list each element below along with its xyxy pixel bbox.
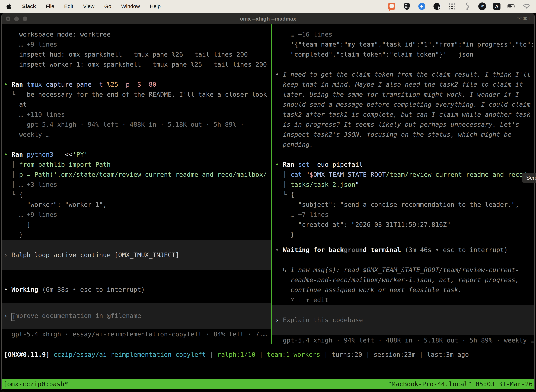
window-title-bar[interactable]: omx --xhigh --madmax ⌥⌘1	[2, 13, 534, 24]
menu-bar-left: Slack File Edit View Go Window Help	[0, 3, 161, 10]
screen-tooltip: Scre	[522, 173, 536, 183]
terminal-line: inspect task2's JSON, focusing on the st…	[275, 129, 534, 140]
terminal-line: later. Using the same for transition mig…	[275, 89, 534, 99]
menu-item-go[interactable]: Go	[104, 3, 111, 9]
prompt-input-right[interactable]: › Explain this codebase	[272, 305, 534, 335]
terminal-line: │ cat "$OMX_TEAM_STATE_ROOT/team/review-…	[275, 169, 534, 179]
terminal-line: … +9 lines	[4, 210, 271, 219]
right-pane-scrollback: … +16 lines '{"team_name":"my-team","tas…	[275, 29, 534, 240]
terminal-line: │ tasks/task-2.json"	[275, 179, 534, 190]
terminal-line: › Ralph loop active continue [OMX_TMUX_I…	[4, 250, 271, 260]
terminal-line	[275, 149, 534, 159]
ralph-loop-banner-lines: › Ralph loop active continue [OMX_TMUX_I…	[4, 250, 271, 260]
terminal-line: }	[4, 229, 271, 240]
prompt-input-right-lines: › Explain this codebase	[275, 315, 534, 325]
terminal-line: inspect_worker-1: omx sparkshell --tmux-…	[4, 59, 271, 69]
terminal-line: … +7 lines	[275, 210, 534, 219]
pane-border-inactive-segment	[272, 344, 534, 344]
menu-item-edit[interactable]: Edit	[64, 3, 73, 9]
terminal-line: › Improve documentation in @filename	[4, 311, 271, 321]
terminal-line: keep that in mind. Maybe I also need the…	[275, 79, 534, 89]
terminal-line: task2 after task1 is complete, but can I…	[275, 109, 534, 119]
terminal-line: ↳ 1 new msg(s): read $OMX_TEAM_STATE_ROO…	[275, 265, 534, 275]
terminal-line: pending.	[275, 140, 534, 149]
menu-item-window[interactable]: Window	[121, 3, 140, 9]
terminal-line: › Explain this codebase	[275, 315, 534, 325]
apple-icon[interactable]	[6, 3, 12, 10]
left-pane-bottom: › Improve documentation in @filename gpt…	[4, 303, 271, 344]
terminal-line: readme-and-reco/mailbox/worker-1.json, a…	[275, 275, 534, 285]
menu-item-view[interactable]: View	[83, 3, 94, 9]
terminal-line: "completed","claim_token":"claim-token"}…	[275, 49, 534, 59]
terminal-line	[4, 275, 271, 285]
menu-bar-status-icons: ..61 A	[388, 2, 536, 10]
terminal-line: • Ran tmux capture-pane -t %25 -p -S -80	[4, 79, 271, 89]
waiting-status: • Waiting for background terminal (3m 46…	[275, 245, 534, 305]
terminal-window: omx --xhigh --madmax ⌥⌘1 workspace_mode:…	[1, 13, 535, 392]
dark-pie-icon[interactable]	[433, 2, 441, 10]
dots-grid-icon[interactable]	[448, 2, 456, 10]
sync-bolt-icon[interactable]	[418, 2, 426, 10]
tmux-host-clock: "MacBook-Pro-44.local" 05:03 31-Mar-26	[388, 380, 533, 387]
menu-item-help[interactable]: Help	[150, 3, 161, 9]
terminal-line: • Waiting for background terminal (3m 46…	[275, 245, 534, 255]
terminal-line	[275, 255, 534, 265]
tmux-session-window: [omx-cczip0:bash*	[3, 380, 68, 387]
left-pane-scrollback: workspace_mode: worktree … +9 lines insp…	[4, 29, 271, 240]
input-source-icon[interactable]: A	[493, 3, 500, 10]
wifi-icon[interactable]	[523, 2, 531, 10]
terminal-line: └ {	[275, 190, 534, 200]
right-pane[interactable]: … +16 lines '{"team_name":"my-team","tas…	[272, 24, 534, 344]
menu-item-file[interactable]: File	[46, 3, 54, 9]
prompt-input-left[interactable]: › Improve documentation in @filename	[2, 303, 271, 329]
shield-icon[interactable]	[403, 2, 411, 10]
right-pane-bottom: › Explain this codebase gpt-5.4 xhigh · …	[275, 305, 534, 344]
terminal-line: • Working (6m 38s • esc to interrupt)	[4, 285, 271, 294]
terminal-line: gpt-5.4 xhigh · 94% left · 488K in · 5.1…	[275, 335, 534, 344]
terminal-line: continue assigned work or next feasible …	[275, 285, 534, 295]
left-pane[interactable]: workspace_mode: worktree … +9 lines insp…	[2, 24, 271, 344]
battery-icon[interactable]	[507, 2, 516, 10]
squiggle-icon[interactable]	[463, 2, 471, 10]
pane-border-active-segment	[2, 344, 272, 344]
terminal-line	[4, 69, 271, 79]
terminal-line: weekly …	[4, 129, 271, 140]
terminal-line: … +9 lines	[4, 39, 271, 49]
terminal-line: │ p = Path('.omx/state/team/review-curre…	[4, 169, 271, 179]
terminal-line: should send a message before completing …	[275, 99, 534, 109]
terminal-line: gpt-5.4 xhigh · 94% left · 488K in · 5.1…	[4, 119, 271, 129]
terminal-line: "created_at": "2026-03-31T11:59:27.816Z"	[275, 219, 534, 229]
terminal-line: is in progress? It seems likely but perh…	[275, 119, 534, 129]
terminal-line: │ from pathlib import Path	[4, 159, 271, 169]
terminal-line: • Ran set -euo pipefail	[275, 159, 534, 169]
terminal-line: '{"team_name":"my-team","task_id":"1","f…	[275, 39, 534, 49]
ralph-loop-banner: › Ralph loop active continue [OMX_TMUX_I…	[2, 240, 271, 270]
terminal-line: workspace_mode: worktree	[4, 29, 271, 39]
terminal-line	[275, 59, 534, 69]
terminal-line: gpt-5.4 xhigh · essay/ai-reimplementatio…	[4, 329, 271, 339]
terminal-line: [OMX#0.11.9] cczip/essay/ai-reimplementa…	[4, 350, 534, 359]
terminal-line: │ … +3 lines	[4, 179, 271, 190]
terminal-line: • I need to get the claim token from the…	[275, 69, 534, 79]
terminal-line: • Ran python3 - <<'PY'	[4, 149, 271, 159]
pane-bottom-border	[2, 344, 534, 344]
window-title: omx --xhigh --madmax	[2, 16, 534, 22]
terminal-line: ]	[4, 219, 271, 229]
terminal-body: workspace_mode: worktree … +9 lines insp…	[2, 24, 534, 344]
tmux-status-bar: [omx-cczip0:bash* "MacBook-Pro-44.local"…	[2, 379, 534, 389]
terminal-line: "subject": "send a concise recommendatio…	[275, 200, 534, 210]
working-status: • Working (6m 38s • esc to interrupt)	[4, 275, 271, 294]
right-pane-status-line: gpt-5.4 xhigh · 94% left · 488K in · 5.1…	[275, 335, 534, 344]
menu-item-slack[interactable]: Slack	[22, 3, 36, 9]
chat-app-icon[interactable]	[388, 2, 396, 10]
left-pane-status-line: gpt-5.4 xhigh · essay/ai-reimplementatio…	[4, 329, 271, 339]
prompt-input-left-lines: › Improve documentation in @filename	[4, 311, 271, 321]
terminal-line: }	[275, 229, 534, 240]
terminal-line	[4, 140, 271, 149]
percent-badge-icon[interactable]: ..61	[478, 2, 486, 10]
terminal-line: └ be necessary for the end of the README…	[4, 89, 271, 99]
terminal-line: "worker": "worker-1",	[4, 200, 271, 210]
menu-bar: Slack File Edit View Go Window Help	[0, 0, 536, 13]
terminal-line: at	[4, 99, 271, 109]
terminal-line: … +110 lines	[4, 109, 271, 119]
